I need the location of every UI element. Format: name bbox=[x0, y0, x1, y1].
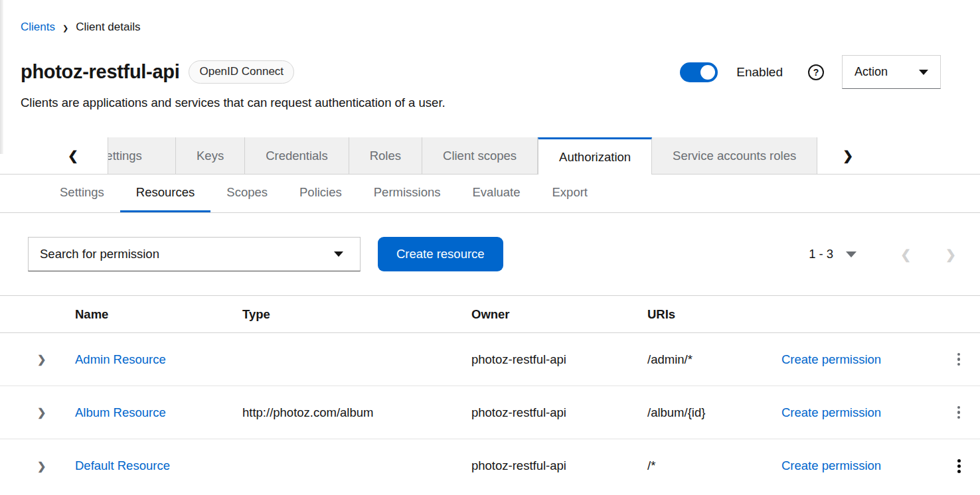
enabled-toggle[interactable] bbox=[680, 62, 718, 82]
row-expand-button[interactable]: ❯ bbox=[0, 353, 66, 366]
subtab-export[interactable]: Export bbox=[536, 175, 604, 212]
subtab-permissions[interactable]: Permissions bbox=[358, 175, 457, 212]
resources-toolbar: Search for permission Create resource 1 … bbox=[0, 237, 980, 271]
row-kebab-menu-button[interactable] bbox=[953, 455, 965, 477]
breadcrumb: Clients ❯ Client details bbox=[0, 0, 980, 34]
resource-uris: /* bbox=[639, 459, 772, 473]
table-row: ❯ Album Resource http://photoz.com/album… bbox=[0, 386, 980, 439]
page-title: photoz-restful-api bbox=[21, 61, 179, 83]
resources-table: Name Type Owner URIs ❯ Admin Resource ph… bbox=[0, 295, 980, 492]
header-uris: URIs bbox=[639, 307, 772, 322]
header-name: Name bbox=[66, 307, 234, 322]
subtab-resources[interactable]: Resources bbox=[120, 175, 210, 212]
subtab-evaluate[interactable]: Evaluate bbox=[457, 175, 536, 212]
table-header-row: Name Type Owner URIs bbox=[0, 295, 980, 333]
protocol-badge: OpenID Connect bbox=[189, 60, 294, 83]
subtab-scopes[interactable]: Scopes bbox=[210, 175, 284, 212]
pagination: 1 - 3 ❮ ❯ bbox=[809, 247, 956, 262]
page-left-edge bbox=[0, 0, 3, 154]
create-resource-button[interactable]: Create resource bbox=[378, 237, 503, 271]
action-dropdown-label: Action bbox=[855, 65, 888, 79]
tab-service-accounts-roles[interactable]: Service accounts roles bbox=[652, 137, 817, 174]
row-kebab-menu-button[interactable] bbox=[953, 349, 965, 370]
resource-name-link[interactable]: Album Resource bbox=[75, 405, 166, 419]
row-expand-button[interactable]: ❯ bbox=[0, 406, 66, 419]
authorization-subtabs: Settings Resources Scopes Policies Permi… bbox=[0, 175, 980, 213]
resource-type: http://photoz.com/album bbox=[234, 405, 463, 420]
breadcrumb-current: Client details bbox=[76, 21, 140, 34]
subtab-policies[interactable]: Policies bbox=[284, 175, 358, 212]
caret-down-icon bbox=[919, 70, 928, 75]
row-expand-button[interactable]: ❯ bbox=[0, 460, 66, 472]
resource-owner: photoz-restful-api bbox=[463, 405, 639, 420]
tab-roles[interactable]: Roles bbox=[349, 137, 422, 174]
pagination-range-dropdown[interactable]: 1 - 3 bbox=[809, 247, 857, 261]
header-owner: Owner bbox=[463, 307, 639, 322]
create-permission-link[interactable]: Create permission bbox=[781, 459, 881, 472]
caret-down-icon bbox=[334, 251, 343, 257]
table-row: ❯ Admin Resource photoz-restful-api /adm… bbox=[0, 333, 980, 386]
resource-name-link[interactable]: Default Resource bbox=[75, 459, 170, 472]
tab-keys[interactable]: Keys bbox=[176, 137, 245, 174]
subtab-settings[interactable]: Settings bbox=[44, 175, 120, 212]
enabled-label: Enabled bbox=[736, 65, 783, 80]
resource-owner: photoz-restful-api bbox=[463, 352, 639, 367]
tabs-scroll-right-button[interactable]: ❯ bbox=[817, 137, 878, 174]
pagination-prev-button[interactable]: ❮ bbox=[900, 247, 911, 262]
search-permission-dropdown[interactable]: Search for permission bbox=[28, 237, 361, 271]
resource-uris: /album/{id} bbox=[639, 405, 772, 420]
page-description: Clients are applications and services th… bbox=[0, 89, 980, 110]
pagination-range-label: 1 - 3 bbox=[809, 247, 833, 261]
title-group: photoz-restful-api OpenID Connect bbox=[21, 60, 294, 83]
main-tabs: ❮ Settings Keys Credentials Roles Client… bbox=[0, 137, 980, 175]
tab-authorization[interactable]: Authorization bbox=[538, 137, 652, 175]
create-permission-link[interactable]: Create permission bbox=[781, 352, 881, 366]
row-kebab-menu-button[interactable] bbox=[953, 402, 965, 423]
pagination-next-button[interactable]: ❯ bbox=[945, 247, 956, 262]
page-header: photoz-restful-api OpenID Connect Enable… bbox=[0, 34, 980, 89]
resource-uris: /admin/* bbox=[639, 352, 772, 367]
action-dropdown[interactable]: Action bbox=[842, 55, 941, 89]
breadcrumb-separator-icon: ❯ bbox=[62, 23, 68, 33]
header-controls: Enabled ? Action bbox=[680, 55, 941, 89]
caret-down-icon bbox=[846, 251, 857, 257]
resource-owner: photoz-restful-api bbox=[463, 459, 639, 473]
toggle-knob bbox=[700, 65, 715, 80]
chevron-left-icon: ❮ bbox=[68, 148, 78, 163]
create-permission-link[interactable]: Create permission bbox=[781, 405, 881, 419]
table-row: ❯ Default Resource photoz-restful-api /*… bbox=[0, 439, 980, 492]
resource-name-link[interactable]: Admin Resource bbox=[75, 352, 166, 366]
help-icon[interactable]: ? bbox=[808, 64, 824, 80]
header-type: Type bbox=[234, 307, 463, 322]
tabs-scroll-left-button[interactable]: ❮ bbox=[0, 137, 108, 174]
tab-credentials[interactable]: Credentials bbox=[245, 137, 349, 174]
tab-settings[interactable]: Settings bbox=[108, 137, 176, 174]
chevron-right-icon: ❯ bbox=[843, 148, 853, 163]
tab-client-scopes[interactable]: Client scopes bbox=[422, 137, 538, 174]
breadcrumb-clients-link[interactable]: Clients bbox=[21, 21, 55, 34]
search-permission-value: Search for permission bbox=[40, 247, 159, 261]
